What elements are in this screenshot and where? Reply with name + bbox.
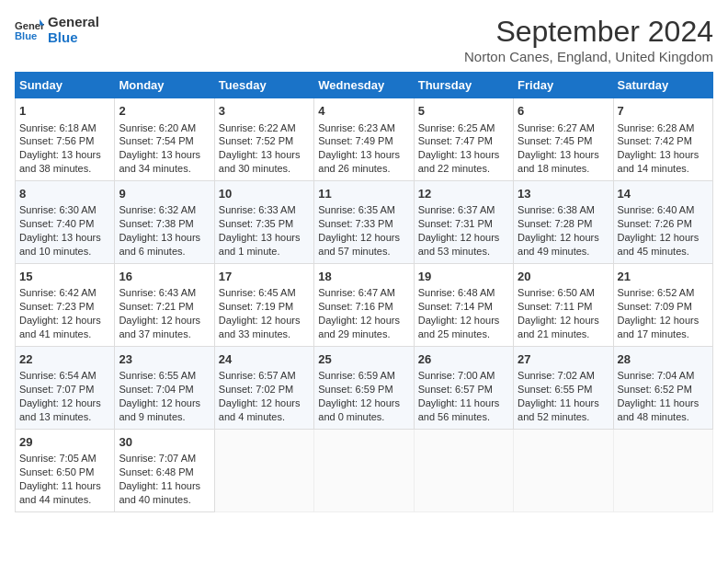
sunset-label: Sunset: 7:56 PM <box>19 135 94 146</box>
logo: General Blue General Blue <box>15 15 99 45</box>
daylight-label: Daylight: 12 hours and 4 minutes. <box>219 397 301 422</box>
calendar-cell: 24 Sunrise: 6:57 AM Sunset: 7:02 PM Dayl… <box>214 346 313 429</box>
daylight-label: Daylight: 11 hours and 48 minutes. <box>618 397 700 422</box>
sunrise-label: Sunrise: 6:20 AM <box>119 122 196 133</box>
sunrise-label: Sunrise: 6:33 AM <box>219 204 296 215</box>
sunset-label: Sunset: 7:31 PM <box>418 218 493 229</box>
logo-line1: General <box>48 15 99 30</box>
day-number: 29 <box>19 434 110 451</box>
daylight-label: Daylight: 12 hours and 13 minutes. <box>19 397 101 422</box>
sunrise-label: Sunrise: 6:35 AM <box>318 204 395 215</box>
daylight-label: Daylight: 12 hours and 45 minutes. <box>618 232 700 257</box>
calendar-cell <box>613 429 712 511</box>
sunrise-label: Sunrise: 7:00 AM <box>418 370 495 381</box>
sunrise-label: Sunrise: 6:45 AM <box>219 287 296 298</box>
sunset-label: Sunset: 7:35 PM <box>219 218 293 229</box>
calendar-subtitle: Norton Canes, England, United Kingdom <box>464 49 713 64</box>
day-number: 24 <box>219 351 310 368</box>
sunrise-label: Sunrise: 6:38 AM <box>518 204 595 215</box>
calendar-cell: 11 Sunrise: 6:35 AM Sunset: 7:33 PM Dayl… <box>314 180 414 263</box>
calendar-cell: 1 Sunrise: 6:18 AM Sunset: 7:56 PM Dayli… <box>16 98 115 181</box>
calendar-cell <box>214 429 313 511</box>
day-number: 17 <box>219 269 310 285</box>
day-number: 11 <box>318 186 409 202</box>
sunrise-label: Sunrise: 6:54 AM <box>19 370 97 381</box>
sunrise-label: Sunrise: 6:18 AM <box>19 122 97 133</box>
daylight-label: Daylight: 13 hours and 26 minutes. <box>318 149 400 174</box>
sunset-label: Sunset: 7:14 PM <box>418 301 493 312</box>
sunrise-label: Sunrise: 6:52 AM <box>618 287 695 298</box>
sunset-label: Sunset: 7:42 PM <box>618 135 692 146</box>
sunrise-label: Sunrise: 6:27 AM <box>518 122 595 133</box>
logo-icon: General Blue <box>15 17 44 43</box>
day-number: 25 <box>318 351 409 368</box>
day-number: 12 <box>418 186 509 202</box>
sunset-label: Sunset: 6:59 PM <box>318 384 392 395</box>
daylight-label: Daylight: 12 hours and 37 minutes. <box>119 315 200 339</box>
sunrise-label: Sunrise: 7:02 AM <box>518 370 595 381</box>
day-number: 3 <box>219 103 310 120</box>
day-number: 6 <box>518 103 609 120</box>
sunrise-label: Sunrise: 7:04 AM <box>618 370 695 381</box>
sunrise-label: Sunrise: 6:22 AM <box>219 122 296 133</box>
sunrise-label: Sunrise: 6:48 AM <box>418 287 495 298</box>
daylight-label: Daylight: 12 hours and 0 minutes. <box>318 397 400 422</box>
sunrise-label: Sunrise: 6:32 AM <box>119 204 196 215</box>
day-number: 18 <box>318 269 409 285</box>
daylight-label: Daylight: 12 hours and 49 minutes. <box>518 232 599 257</box>
day-number: 7 <box>618 103 709 120</box>
daylight-label: Daylight: 12 hours and 41 minutes. <box>19 315 101 339</box>
calendar-cell: 6 Sunrise: 6:27 AM Sunset: 7:45 PM Dayli… <box>514 98 613 181</box>
sunrise-label: Sunrise: 6:37 AM <box>418 204 495 215</box>
sunset-label: Sunset: 7:54 PM <box>119 135 193 146</box>
daylight-label: Daylight: 11 hours and 44 minutes. <box>19 480 101 505</box>
sunrise-label: Sunrise: 6:59 AM <box>318 370 395 381</box>
sunrise-label: Sunrise: 7:05 AM <box>19 453 97 464</box>
sunset-label: Sunset: 7:07 PM <box>19 384 94 395</box>
title-block: September 2024 Norton Canes, England, Un… <box>464 15 713 64</box>
column-header-sunday: Sunday <box>16 73 115 98</box>
calendar-cell <box>514 429 613 511</box>
daylight-label: Daylight: 13 hours and 18 minutes. <box>518 149 599 174</box>
sunset-label: Sunset: 7:45 PM <box>518 135 592 146</box>
daylight-label: Daylight: 12 hours and 57 minutes. <box>318 232 400 257</box>
calendar-cell <box>414 429 513 511</box>
sunset-label: Sunset: 6:57 PM <box>418 384 493 395</box>
column-header-wednesday: Wednesday <box>314 73 414 98</box>
calendar-cell: 15 Sunrise: 6:42 AM Sunset: 7:23 PM Dayl… <box>16 263 115 346</box>
daylight-label: Daylight: 12 hours and 17 minutes. <box>618 315 700 339</box>
daylight-label: Daylight: 13 hours and 34 minutes. <box>119 149 200 174</box>
sunrise-label: Sunrise: 6:50 AM <box>518 287 595 298</box>
column-header-monday: Monday <box>115 73 214 98</box>
day-number: 30 <box>119 434 210 451</box>
day-number: 13 <box>518 186 609 202</box>
calendar-cell: 14 Sunrise: 6:40 AM Sunset: 7:26 PM Dayl… <box>613 180 712 263</box>
sunrise-label: Sunrise: 7:07 AM <box>119 453 196 464</box>
calendar-table: SundayMondayTuesdayWednesdayThursdayFrid… <box>15 72 713 512</box>
day-number: 1 <box>19 103 110 120</box>
sunset-label: Sunset: 7:52 PM <box>219 135 293 146</box>
calendar-cell <box>314 429 414 511</box>
day-number: 16 <box>119 269 210 285</box>
daylight-label: Daylight: 12 hours and 33 minutes. <box>219 315 301 339</box>
calendar-cell: 26 Sunrise: 7:00 AM Sunset: 6:57 PM Dayl… <box>414 346 513 429</box>
sunset-label: Sunset: 6:55 PM <box>518 384 592 395</box>
day-number: 10 <box>219 186 310 202</box>
daylight-label: Daylight: 12 hours and 21 minutes. <box>518 315 599 339</box>
daylight-label: Daylight: 13 hours and 1 minute. <box>219 232 301 257</box>
calendar-cell: 27 Sunrise: 7:02 AM Sunset: 6:55 PM Dayl… <box>514 346 613 429</box>
column-header-saturday: Saturday <box>613 73 712 98</box>
day-number: 4 <box>318 103 409 120</box>
calendar-cell: 4 Sunrise: 6:23 AM Sunset: 7:49 PM Dayli… <box>314 98 414 181</box>
column-header-tuesday: Tuesday <box>214 73 313 98</box>
daylight-label: Daylight: 12 hours and 29 minutes. <box>318 315 400 339</box>
svg-text:Blue: Blue <box>15 30 37 41</box>
sunset-label: Sunset: 7:26 PM <box>618 218 692 229</box>
sunset-label: Sunset: 7:21 PM <box>119 301 193 312</box>
daylight-label: Daylight: 13 hours and 30 minutes. <box>219 149 301 174</box>
sunrise-label: Sunrise: 6:23 AM <box>318 122 395 133</box>
day-number: 2 <box>119 103 210 120</box>
day-number: 9 <box>119 186 210 202</box>
calendar-cell: 13 Sunrise: 6:38 AM Sunset: 7:28 PM Dayl… <box>514 180 613 263</box>
daylight-label: Daylight: 13 hours and 10 minutes. <box>19 232 101 257</box>
